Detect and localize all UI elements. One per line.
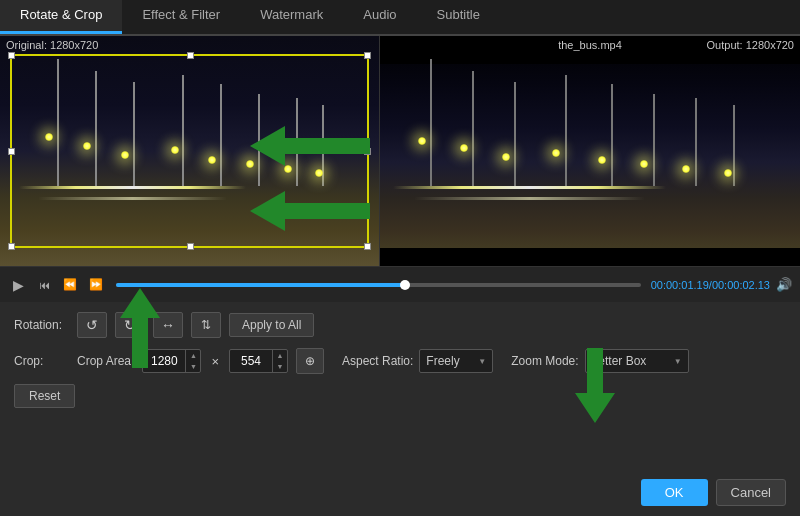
crop-handle-br[interactable]: [364, 243, 371, 250]
video-area: Original: 1280x720 👁: [0, 36, 800, 266]
svg-marker-2: [120, 288, 160, 368]
prev-frame-button[interactable]: ⏪: [60, 275, 80, 295]
original-label: Original: 1280x720: [6, 39, 98, 51]
crop-x-separator: ×: [209, 354, 221, 369]
volume-icon[interactable]: 🔊: [776, 277, 792, 292]
reset-button[interactable]: Reset: [14, 384, 75, 408]
svg-marker-3: [575, 348, 615, 423]
crop-handle-tr[interactable]: [364, 52, 371, 59]
video-right-panel: the_bus.mp4 Output: 1280x720: [380, 36, 800, 266]
zoom-mode-label: Zoom Mode:: [511, 354, 578, 368]
video-filename: the_bus.mp4: [558, 39, 622, 51]
ok-button[interactable]: OK: [641, 479, 708, 506]
controls-area: Rotation: ↺ ↻ ↔ ⇅ Apply to All Crop: Cro…: [0, 302, 800, 426]
aspect-ratio-label: Aspect Ratio:: [342, 354, 413, 368]
crop-width-down[interactable]: ▼: [186, 361, 200, 372]
reset-row: Reset: [14, 384, 786, 408]
tab-watermark[interactable]: Watermark: [240, 0, 343, 34]
bottom-actions: OK Cancel: [641, 479, 786, 506]
video-canvas-right: [380, 36, 800, 266]
crop-handle-tl[interactable]: [8, 52, 15, 59]
crop-width-up[interactable]: ▲: [186, 350, 200, 361]
crop-height-down[interactable]: ▼: [273, 361, 287, 372]
tab-bar: Rotate & Crop Effect & Filter Watermark …: [0, 0, 800, 36]
seek-bar[interactable]: [116, 283, 641, 287]
next-frame-button[interactable]: ⏩: [86, 275, 106, 295]
flip-vertical-button[interactable]: ⇅: [191, 312, 221, 338]
hint-arrow-up: [120, 288, 160, 371]
rotation-label: Rotation:: [14, 318, 69, 332]
output-label: Output: 1280x720: [707, 39, 794, 51]
svg-marker-1: [250, 191, 370, 231]
svg-marker-0: [250, 126, 370, 166]
crop-center-button[interactable]: ⊕: [296, 348, 324, 374]
rewind-button[interactable]: ⏮: [34, 275, 54, 295]
crop-height-arrows: ▲ ▼: [272, 350, 287, 372]
aspect-ratio-dropdown[interactable]: Freely 16:9 4:3 1:1 ▼: [419, 349, 493, 373]
crop-height-spinbox[interactable]: 554 ▲ ▼: [229, 349, 288, 373]
rotate-left-button[interactable]: ↺: [77, 312, 107, 338]
crop-width-arrows: ▲ ▼: [185, 350, 200, 372]
crop-height-input[interactable]: 554: [230, 354, 272, 368]
seek-thumb[interactable]: [400, 280, 410, 290]
video-frame-right: [380, 36, 800, 266]
crop-height-up[interactable]: ▲: [273, 350, 287, 361]
apply-all-button[interactable]: Apply to All: [229, 313, 314, 337]
aspect-ratio-section: Aspect Ratio: Freely 16:9 4:3 1:1 ▼: [342, 349, 493, 373]
crop-handle-ml[interactable]: [8, 148, 15, 155]
crop-handle-bm[interactable]: [187, 243, 194, 250]
zoom-dropdown-arrow: ▼: [674, 357, 682, 366]
seek-progress: [116, 283, 405, 287]
arrow-bottom: [250, 191, 370, 231]
crop-handle-bl[interactable]: [8, 243, 15, 250]
tab-rotate-crop[interactable]: Rotate & Crop: [0, 0, 122, 34]
time-display: 00:00:01.19/00:00:02.13: [651, 279, 770, 291]
arrow-top: [250, 126, 370, 166]
aspect-dropdown-arrow: ▼: [478, 357, 486, 366]
tab-effect-filter[interactable]: Effect & Filter: [122, 0, 240, 34]
hint-arrow-down: [575, 348, 615, 426]
crop-label: Crop:: [14, 354, 69, 368]
crop-handle-tm[interactable]: [187, 52, 194, 59]
cancel-button[interactable]: Cancel: [716, 479, 786, 506]
tab-audio[interactable]: Audio: [343, 0, 416, 34]
tab-subtitle[interactable]: Subtitle: [417, 0, 500, 34]
aspect-ratio-select[interactable]: Freely 16:9 4:3 1:1: [426, 354, 474, 368]
play-button[interactable]: ▶: [8, 275, 28, 295]
